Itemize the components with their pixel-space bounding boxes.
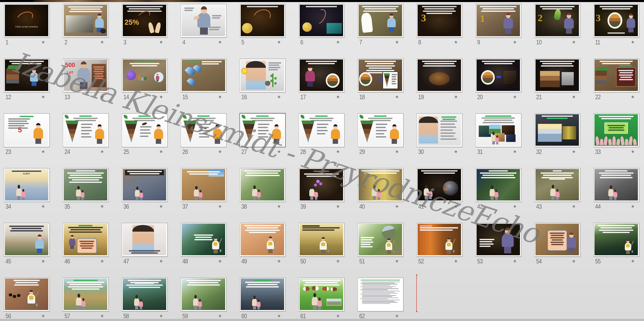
transition-star-icon[interactable]: ★: [277, 95, 281, 99]
transition-star-icon[interactable]: ★: [395, 204, 399, 209]
transition-star-icon[interactable]: ★: [395, 259, 399, 263]
transition-star-icon[interactable]: ★: [395, 149, 399, 154]
transition-star-icon[interactable]: ★: [454, 259, 458, 263]
transition-star-icon[interactable]: ★: [100, 95, 104, 99]
transition-star-icon[interactable]: ★: [513, 40, 517, 44]
slide-thumbnail[interactable]: 3: [594, 4, 639, 38]
transition-star-icon[interactable]: ★: [513, 204, 517, 209]
transition-star-icon[interactable]: ★: [454, 149, 458, 154]
slide-thumbnail[interactable]: [417, 168, 462, 202]
transition-star-icon[interactable]: ★: [218, 95, 222, 99]
transition-star-icon[interactable]: ★: [277, 259, 281, 263]
transition-star-icon[interactable]: ★: [336, 204, 340, 209]
slide-thumbnail[interactable]: [358, 223, 403, 256]
slide-thumbnail[interactable]: KLIMAT: [4, 168, 50, 202]
transition-star-icon[interactable]: ★: [395, 314, 399, 318]
slide-thumbnail[interactable]: [417, 59, 462, 92]
slide-thumbnail[interactable]: [181, 223, 226, 256]
transition-star-icon[interactable]: ★: [631, 259, 635, 263]
slide-thumbnail[interactable]: [358, 168, 403, 202]
transition-star-icon[interactable]: ★: [41, 314, 45, 318]
slide-thumbnail[interactable]: 1: [476, 4, 521, 38]
slide-thumbnail[interactable]: [358, 113, 403, 147]
transition-star-icon[interactable]: ★: [41, 204, 45, 209]
transition-star-icon[interactable]: ★: [277, 149, 281, 154]
slide-thumbnail[interactable]: [417, 113, 462, 147]
transition-star-icon[interactable]: ★: [572, 149, 576, 154]
slide-thumbnail[interactable]: [240, 4, 285, 38]
transition-star-icon[interactable]: ★: [218, 40, 222, 44]
slide-thumbnail[interactable]: [181, 4, 226, 38]
transition-star-icon[interactable]: ★: [159, 314, 163, 318]
slide-thumbnail[interactable]: [181, 59, 226, 92]
slide-thumbnail[interactable]: [63, 113, 108, 147]
transition-star-icon[interactable]: ★: [100, 204, 104, 209]
slide-thumbnail[interactable]: [63, 4, 108, 38]
slide-thumbnail[interactable]: [181, 168, 226, 202]
transition-star-icon[interactable]: ★: [513, 95, 517, 99]
transition-star-icon[interactable]: ★: [631, 95, 635, 99]
transition-star-icon[interactable]: ★: [631, 40, 635, 44]
transition-star-icon[interactable]: ★: [218, 314, 222, 318]
transition-star-icon[interactable]: ★: [395, 95, 399, 99]
transition-star-icon[interactable]: ★: [100, 314, 104, 318]
transition-star-icon[interactable]: ★: [159, 204, 163, 209]
transition-star-icon[interactable]: ★: [41, 40, 45, 44]
slide-thumbnail[interactable]: [4, 59, 50, 92]
slide-thumbnail[interactable]: [476, 59, 521, 92]
slide-thumbnail[interactable]: [4, 277, 50, 311]
transition-star-icon[interactable]: ★: [159, 259, 163, 263]
slide-thumbnail[interactable]: [594, 59, 639, 92]
slide-thumbnail[interactable]: [299, 223, 344, 256]
transition-star-icon[interactable]: ★: [159, 149, 163, 154]
slide-thumbnail[interactable]: [358, 59, 403, 92]
transition-star-icon[interactable]: ★: [631, 149, 635, 154]
transition-star-icon[interactable]: ★: [572, 204, 576, 209]
slide-thumbnail[interactable]: [122, 277, 168, 311]
transition-star-icon[interactable]: ★: [631, 204, 635, 209]
transition-star-icon[interactable]: ★: [336, 314, 340, 318]
transition-star-icon[interactable]: ★: [454, 40, 458, 44]
slide-thumbnail[interactable]: [299, 59, 344, 92]
transition-star-icon[interactable]: ★: [218, 259, 222, 263]
slide-thumbnail[interactable]: 3: [417, 4, 462, 38]
slide-thumbnail[interactable]: [122, 168, 168, 202]
transition-star-icon[interactable]: ★: [454, 204, 458, 209]
slide-thumbnail[interactable]: [122, 113, 168, 147]
slide-thumbnail[interactable]: [240, 223, 285, 256]
transition-star-icon[interactable]: ★: [277, 314, 281, 318]
transition-star-icon[interactable]: ★: [159, 40, 163, 44]
slide-thumbnail[interactable]: [476, 168, 521, 202]
transition-star-icon[interactable]: ★: [513, 259, 517, 263]
slide-thumbnail[interactable]: [299, 4, 344, 38]
transition-star-icon[interactable]: ★: [572, 95, 576, 99]
slide-thumbnail[interactable]: [417, 223, 462, 256]
transition-star-icon[interactable]: ★: [218, 149, 222, 154]
slide-thumbnail[interactable]: [594, 168, 639, 202]
slide-thumbnail[interactable]: [594, 223, 639, 256]
transition-star-icon[interactable]: ★: [513, 149, 517, 154]
slide-thumbnail[interactable]: [240, 59, 285, 92]
slide-thumbnail[interactable]: [4, 223, 50, 256]
slide-thumbnail[interactable]: ROŚLINY I ZWIERZĘTA: [299, 168, 344, 202]
slide-thumbnail[interactable]: [358, 4, 403, 38]
slide-thumbnail[interactable]: [476, 113, 521, 147]
slide-thumbnail[interactable]: Gleby na kuli ziemskiej: [4, 4, 50, 38]
slide-thumbnail[interactable]: [534, 113, 580, 147]
transition-star-icon[interactable]: ★: [277, 40, 281, 44]
transition-star-icon[interactable]: ★: [572, 40, 576, 44]
slide-thumbnail[interactable]: 2: [534, 4, 580, 38]
slide-thumbnail[interactable]: 500LAT: [63, 59, 108, 92]
transition-star-icon[interactable]: ★: [336, 95, 340, 99]
transition-star-icon[interactable]: ★: [41, 149, 45, 154]
slide-thumbnail[interactable]: [181, 113, 226, 147]
slide-thumbnail[interactable]: [240, 113, 285, 147]
slide-thumbnail[interactable]: [63, 223, 108, 256]
slide-thumbnail[interactable]: [63, 277, 108, 311]
slide-thumbnail[interactable]: [299, 113, 344, 147]
transition-star-icon[interactable]: ★: [454, 95, 458, 99]
transition-star-icon[interactable]: ★: [336, 149, 340, 154]
slide-thumbnail[interactable]: [534, 59, 580, 92]
transition-star-icon[interactable]: ★: [100, 259, 104, 263]
slide-thumbnail[interactable]: [594, 113, 639, 147]
